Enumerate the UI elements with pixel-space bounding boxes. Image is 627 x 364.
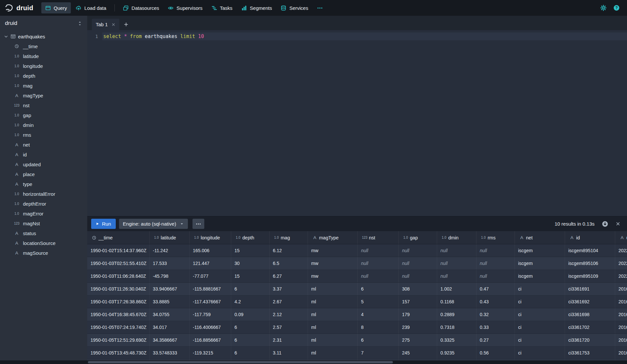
result-cell[interactable]: ci [515,283,565,295]
sql-editor[interactable]: 1 select * from earthquakes limit 10 [87,30,627,216]
result-cell[interactable]: 2022-0 [615,257,627,270]
result-cell[interactable]: 6 [231,321,270,334]
horizontal-scrollbar[interactable] [0,360,627,364]
result-cell[interactable]: 2016-0 [615,334,627,346]
result-cell[interactable]: 0.3325 [437,334,476,346]
result-cell[interactable]: 17.533 [150,257,190,270]
result-column-header-magType[interactable]: AmagType [308,231,358,244]
result-cell[interactable]: null [358,244,399,257]
nav-item-datasources[interactable]: Datasources [119,2,163,13]
result-cell[interactable]: 1950-01-04T16:38:45.670Z [87,308,150,321]
result-cell[interactable]: 6.5 [270,257,308,270]
result-cell[interactable]: 2016-0 [615,308,627,321]
result-cell[interactable]: ci [515,321,565,334]
result-cell[interactable]: 165.006 [190,244,231,257]
nav-item-more[interactable] [313,2,327,13]
result-cell[interactable]: 5 [358,295,399,308]
result-cell[interactable]: 34.017 [150,321,190,334]
result-cell[interactable]: 1950-01-05T07:24:19.740Z [87,321,150,334]
result-column-header-longitude[interactable]: 1.0longitude [190,231,231,244]
result-cell[interactable]: 15 [231,270,270,282]
nav-item-segments[interactable]: Segments [237,2,276,13]
settings-gear-icon[interactable] [600,5,607,11]
result-cell[interactable]: 245 [399,347,437,359]
result-cell[interactable]: 308 [399,283,437,295]
result-cell[interactable]: 15 [231,244,270,257]
result-cell[interactable]: 157 [399,295,437,308]
result-cell[interactable]: 6 [358,334,399,346]
sidebar-column-locationSource[interactable]: AlocationSource [0,238,87,248]
result-cell[interactable]: ci [515,308,565,321]
tab-close-icon[interactable] [111,23,115,27]
result-cell[interactable]: 0.43 [476,295,515,308]
result-cell[interactable]: null [399,270,437,282]
result-column-header-depth[interactable]: 1.0depth [231,231,270,244]
result-cell[interactable]: 8 [358,321,399,334]
result-cell[interactable]: null [437,257,476,270]
result-cell[interactable]: iscgem895109 [565,270,615,282]
result-cell[interactable]: 2.12 [270,308,308,321]
sidebar-column-dmin[interactable]: 1.0dmin [0,120,87,130]
engine-select[interactable]: Engine: auto (sql-native) [119,219,188,229]
sidebar-column-nst[interactable]: 123nst [0,100,87,110]
result-cell[interactable]: 0.32 [476,308,515,321]
result-cell[interactable]: 33.8885 [150,295,190,308]
result-cell[interactable]: 6 [231,283,270,295]
result-cell[interactable]: ml [308,283,358,295]
result-cell[interactable]: iscgem895104 [565,244,615,257]
result-cell[interactable]: 0.27 [476,334,515,346]
result-cell[interactable]: -119.3215 [190,347,231,359]
result-cell[interactable]: 0.1168 [437,295,476,308]
result-cell[interactable]: 0.7318 [437,321,476,334]
sidebar-column-status[interactable]: Astatus [0,228,87,238]
brand[interactable]: druid [5,4,33,12]
result-cell[interactable]: 30 [231,257,270,270]
result-cell[interactable]: -115.8881667 [190,283,231,295]
result-cell[interactable]: null [476,270,515,282]
result-cell[interactable]: 0.47 [476,283,515,295]
result-cell[interactable]: ml [308,334,358,346]
nav-item-supervisors[interactable]: Supervisors [164,2,206,13]
result-cell[interactable]: null [437,270,476,282]
result-cell[interactable]: null [358,270,399,282]
result-cell[interactable]: iscgem895106 [565,257,615,270]
result-cell[interactable]: 33.5748333 [150,347,190,359]
result-cell[interactable]: 1950-01-02T15:14:37.960Z [87,244,150,257]
result-cell[interactable]: 1950-01-03T11:06:28.640Z [87,270,150,282]
result-cell[interactable]: ml [308,321,358,334]
nav-item-load-data[interactable]: Load data [72,2,110,13]
result-cell[interactable]: 6 [358,283,399,295]
sidebar-column-rms[interactable]: 1.0rms [0,130,87,140]
sidebar-column-updated[interactable]: Aupdated [0,159,87,169]
result-cell[interactable]: -77.077 [190,270,231,282]
result-cell[interactable]: 33.9406667 [150,283,190,295]
result-cell[interactable]: 7 [358,347,399,359]
sidebar-column-depth[interactable]: 1.0depth [0,71,87,81]
sidebar-column-net[interactable]: Anet [0,140,87,150]
result-cell[interactable]: 2.57 [270,321,308,334]
result-cell[interactable]: ci [515,295,565,308]
sidebar-column-place[interactable]: Aplace [0,169,87,179]
result-cell[interactable]: 4 [358,308,399,321]
result-column-header-mag[interactable]: 1.0mag [270,231,308,244]
result-cell[interactable]: 121.447 [190,257,231,270]
result-column-header-latitude[interactable]: 1.0latitude [150,231,190,244]
result-cell[interactable]: 3.11 [270,347,308,359]
sidebar-column-gap[interactable]: 1.0gap [0,110,87,120]
result-cell[interactable]: 0.9235 [437,347,476,359]
result-cell[interactable]: 6 [231,334,270,346]
close-results-icon[interactable] [616,221,620,226]
sidebar-column-longitude[interactable]: 1.0longitude [0,61,87,71]
result-cell[interactable]: ci [515,347,565,359]
result-column-header-updated[interactable]: Aupdated [615,231,627,244]
sidebar-column-depthError[interactable]: 1.0depthError [0,199,87,209]
result-cell[interactable]: 0.09 [231,308,270,321]
result-cell[interactable]: -11.242 [150,244,190,257]
sidebar-column-magNst[interactable]: 123magNst [0,218,87,228]
result-cell[interactable]: 0.2889 [437,308,476,321]
result-cell[interactable]: -117.4376667 [190,295,231,308]
result-column-header-__time[interactable]: __time [87,231,150,244]
tab-tab-1[interactable]: Tab 1 [92,19,119,30]
result-cell[interactable]: 179 [399,308,437,321]
result-cell[interactable]: ml [308,308,358,321]
